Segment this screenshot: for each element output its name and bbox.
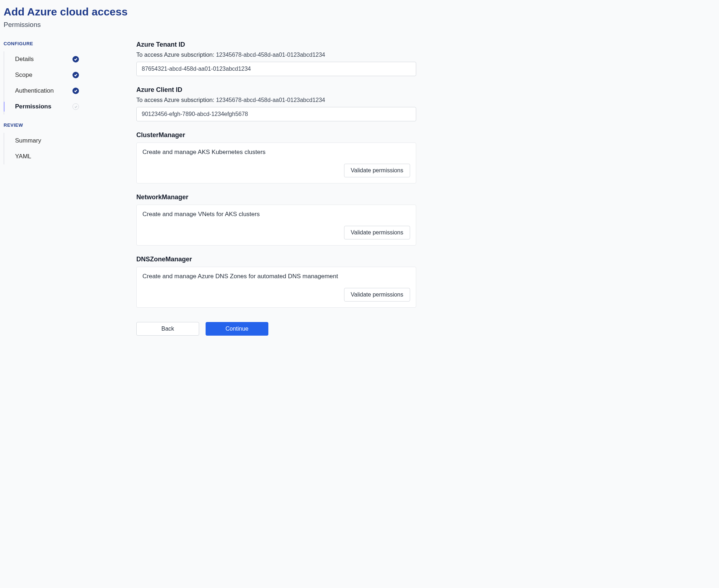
sidebar-item-label: Summary bbox=[15, 137, 41, 144]
sidebar-section-configure: CONFIGURE bbox=[4, 41, 122, 46]
sidebar-item-label: Scope bbox=[15, 71, 32, 79]
footer-actions: Back Continue bbox=[136, 322, 416, 336]
page-subtitle: Permissions bbox=[4, 21, 715, 29]
back-button[interactable]: Back bbox=[136, 322, 199, 336]
sidebar-item-yaml[interactable]: YAML bbox=[4, 149, 122, 164]
pending-icon bbox=[72, 103, 79, 110]
sidebar-item-label: Authentication bbox=[15, 87, 54, 94]
client-id-input[interactable] bbox=[136, 107, 416, 121]
permission-dnszonemanager: DNSZoneManager Create and manage Azure D… bbox=[136, 256, 416, 308]
validate-permissions-button[interactable]: Validate permissions bbox=[344, 288, 410, 302]
permission-title: DNSZoneManager bbox=[136, 256, 416, 263]
client-id-help: To access Azure subscription: 12345678-a… bbox=[136, 97, 416, 103]
client-id-block: Azure Client ID To access Azure subscrip… bbox=[136, 86, 416, 121]
tenant-id-input[interactable] bbox=[136, 62, 416, 76]
tenant-id-block: Azure Tenant ID To access Azure subscrip… bbox=[136, 41, 416, 76]
client-id-label: Azure Client ID bbox=[136, 86, 416, 94]
sidebar-list-configure: Details Scope Authentication Permissions bbox=[4, 51, 122, 115]
sidebar-item-label: YAML bbox=[15, 153, 31, 160]
check-icon bbox=[72, 88, 79, 94]
check-icon bbox=[72, 56, 79, 62]
continue-button[interactable]: Continue bbox=[206, 322, 268, 336]
permission-title: NetworkManager bbox=[136, 193, 416, 201]
sidebar-section-review: REVIEW bbox=[4, 122, 122, 128]
sidebar-item-label: Details bbox=[15, 56, 34, 63]
validate-permissions-button[interactable]: Validate permissions bbox=[344, 164, 410, 177]
sidebar-item-summary[interactable]: Summary bbox=[4, 133, 122, 149]
sidebar-item-label: Permissions bbox=[15, 103, 51, 110]
check-icon bbox=[72, 72, 79, 78]
permission-card: Create and manage AKS Kubernetes cluster… bbox=[136, 143, 416, 183]
sidebar-item-authentication[interactable]: Authentication bbox=[4, 83, 122, 99]
sidebar-item-scope[interactable]: Scope bbox=[4, 67, 122, 83]
permission-card: Create and manage VNets for AKS clusters… bbox=[136, 205, 416, 246]
permission-title: ClusterManager bbox=[136, 131, 416, 139]
permission-desc: Create and manage VNets for AKS clusters bbox=[142, 211, 410, 218]
tenant-subscription-id: 12345678-abcd-458d-aa01-0123abcd1234 bbox=[216, 52, 325, 58]
permission-card: Create and manage Azure DNS Zones for au… bbox=[136, 267, 416, 308]
permission-desc: Create and manage Azure DNS Zones for au… bbox=[142, 273, 410, 280]
permission-desc: Create and manage AKS Kubernetes cluster… bbox=[142, 149, 410, 156]
sidebar-item-details[interactable]: Details bbox=[4, 51, 122, 67]
wizard-sidebar: CONFIGURE Details Scope Authentication P… bbox=[4, 41, 122, 336]
main-content: Azure Tenant ID To access Azure subscrip… bbox=[136, 41, 416, 336]
tenant-id-help: To access Azure subscription: 12345678-a… bbox=[136, 51, 416, 58]
permission-clustermanager: ClusterManager Create and manage AKS Kub… bbox=[136, 131, 416, 183]
client-subscription-id: 12345678-abcd-458d-aa01-0123abcd1234 bbox=[216, 97, 325, 103]
page-title: Add Azure cloud access bbox=[4, 6, 715, 18]
permission-networkmanager: NetworkManager Create and manage VNets f… bbox=[136, 193, 416, 246]
tenant-id-label: Azure Tenant ID bbox=[136, 41, 416, 48]
sidebar-item-permissions[interactable]: Permissions bbox=[4, 99, 122, 115]
validate-permissions-button[interactable]: Validate permissions bbox=[344, 226, 410, 239]
sidebar-list-review: Summary YAML bbox=[4, 133, 122, 164]
